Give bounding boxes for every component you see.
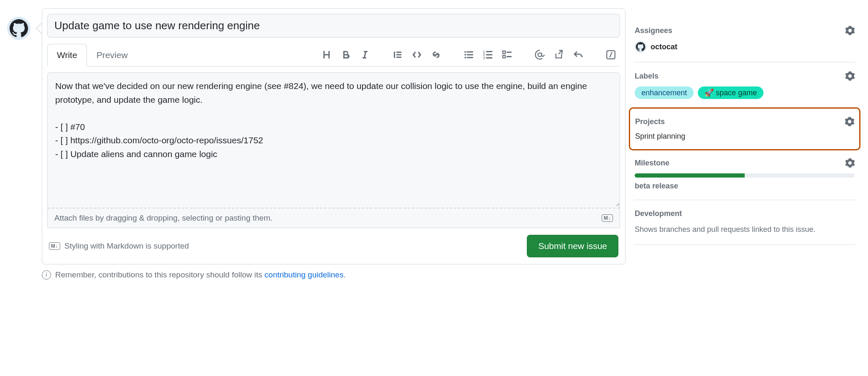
reply-icon[interactable]	[573, 50, 583, 60]
svg-rect-13	[507, 52, 512, 53]
gear-icon[interactable]	[845, 71, 855, 81]
attach-hint: Attach files by dragging & dropping, sel…	[54, 213, 273, 223]
project-name[interactable]: Sprint planning	[635, 132, 685, 140]
svg-rect-9	[486, 51, 493, 52]
gear-icon[interactable]	[845, 158, 855, 168]
contributing-guidelines-row: i Remember, contributions to this reposi…	[42, 270, 625, 279]
mention-icon[interactable]	[535, 50, 545, 60]
svg-rect-10	[486, 54, 493, 56]
guidelines-prefix: Remember, contributions to this reposito…	[55, 270, 265, 279]
link-icon[interactable]	[431, 50, 441, 60]
label-pill[interactable]: enhancement	[635, 86, 694, 99]
form-footer: M↓ Styling with Markdown is supported Su…	[47, 228, 620, 259]
speech-caret-icon	[36, 23, 42, 34]
svg-rect-14	[503, 56, 505, 58]
svg-rect-11	[486, 57, 493, 58]
quote-icon[interactable]	[393, 50, 403, 60]
tab-preview[interactable]: Preview	[87, 44, 138, 66]
issue-form-box: Write Preview 123	[42, 8, 625, 264]
octocat-icon	[10, 19, 28, 38]
development-title: Development	[635, 209, 682, 218]
issue-body-wrap: Attach files by dragging & dropping, sel…	[47, 72, 620, 228]
label-pill[interactable]: 🚀 space game	[698, 86, 763, 99]
issue-body-textarea[interactable]	[48, 73, 620, 206]
bold-icon[interactable]	[341, 50, 351, 60]
projects-section: Projects Sprint planning	[629, 107, 860, 150]
labels-container: enhancement🚀 space game	[635, 86, 855, 99]
tab-write[interactable]: Write	[47, 44, 87, 66]
markdown-badge-icon: M↓	[49, 242, 60, 250]
development-text: Shows branches and pull requests linked …	[635, 224, 855, 235]
svg-rect-12	[503, 51, 505, 53]
editor-tab-row: Write Preview 123	[47, 43, 620, 66]
task-list-icon[interactable]	[502, 50, 512, 60]
milestone-progress-fill	[635, 173, 745, 178]
info-icon: i	[42, 270, 51, 279]
heading-icon[interactable]	[322, 50, 332, 60]
md-toolbar: 123	[322, 50, 620, 60]
guidelines-suffix: .	[344, 270, 346, 279]
assignees-title: Assignees	[635, 26, 672, 35]
gear-icon[interactable]	[845, 26, 855, 35]
milestone-name[interactable]: beta release	[635, 182, 855, 191]
labels-section: Labels enhancement🚀 space game	[634, 62, 855, 109]
attach-row[interactable]: Attach files by dragging & dropping, sel…	[48, 208, 620, 228]
issue-sidebar: Assignees octocat Labels enhancement🚀 sp…	[634, 8, 855, 368]
unordered-list-icon[interactable]	[464, 50, 474, 60]
octocat-icon	[636, 42, 645, 51]
slash-commands-icon[interactable]	[606, 50, 616, 60]
issue-title-input[interactable]	[47, 14, 620, 38]
cross-reference-icon[interactable]	[554, 50, 564, 60]
issue-form-column: Write Preview 123	[42, 8, 625, 368]
markdown-supported-text: Styling with Markdown is supported	[64, 241, 189, 251]
markdown-badge-icon[interactable]: M↓	[602, 214, 613, 222]
svg-rect-4	[467, 54, 473, 56]
assignee-row[interactable]: octocat	[635, 41, 855, 53]
author-avatar-column	[4, 8, 33, 368]
author-avatar	[7, 17, 31, 40]
milestone-title: Milestone	[635, 159, 669, 168]
svg-point-0	[465, 51, 466, 53]
contributing-guidelines-link[interactable]: contributing guidelines	[265, 270, 344, 279]
development-section: Development Shows branches and pull requ…	[634, 200, 855, 245]
projects-title: Projects	[635, 117, 665, 126]
assignee-avatar	[635, 41, 646, 53]
milestone-section: Milestone beta release	[634, 149, 855, 200]
assignees-section: Assignees octocat	[634, 17, 855, 62]
new-issue-page: Write Preview 123	[0, 0, 868, 376]
italic-icon[interactable]	[360, 50, 370, 60]
svg-rect-15	[507, 56, 512, 57]
gear-icon[interactable]	[845, 117, 854, 126]
svg-rect-5	[467, 57, 473, 58]
svg-rect-3	[467, 51, 473, 53]
svg-point-2	[465, 57, 466, 58]
tab-write-label: Write	[57, 50, 77, 60]
ordered-list-icon[interactable]: 123	[483, 50, 493, 60]
svg-point-1	[465, 54, 466, 56]
labels-title: Labels	[635, 72, 659, 81]
assignee-username: octocat	[651, 43, 677, 51]
svg-text:3: 3	[483, 56, 485, 60]
tab-preview-label: Preview	[97, 50, 128, 60]
milestone-progress-bar	[635, 173, 855, 178]
submit-issue-button[interactable]: Submit new issue	[527, 235, 618, 257]
code-icon[interactable]	[412, 50, 422, 60]
